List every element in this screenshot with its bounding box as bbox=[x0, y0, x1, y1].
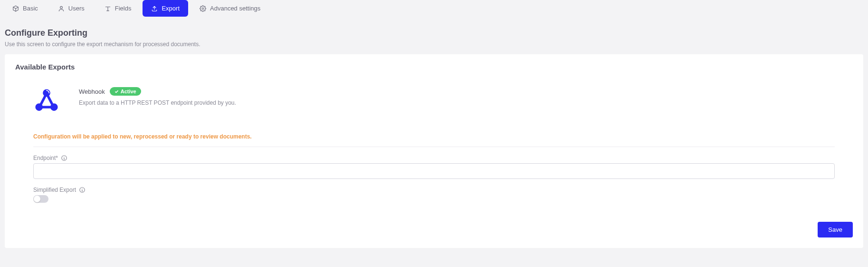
simplified-label: Simplified Export bbox=[33, 187, 76, 193]
page-subtitle: Use this screen to configure the export … bbox=[5, 41, 863, 48]
tab-advanced[interactable]: Advanced settings bbox=[191, 0, 269, 17]
status-badge: Active bbox=[110, 87, 141, 96]
tab-advanced-label: Advanced settings bbox=[210, 5, 260, 12]
info-icon[interactable] bbox=[79, 187, 86, 193]
tab-export[interactable]: Export bbox=[143, 0, 188, 17]
divider bbox=[33, 147, 835, 147]
section-title: Available Exports bbox=[15, 63, 853, 71]
endpoint-label: Endpoint* bbox=[33, 155, 58, 161]
tab-users[interactable]: Users bbox=[49, 0, 93, 17]
toggle-knob bbox=[34, 196, 40, 202]
export-name: Webhook bbox=[79, 88, 105, 95]
endpoint-input[interactable] bbox=[33, 163, 835, 179]
check-icon bbox=[114, 89, 119, 94]
webhook-icon bbox=[33, 87, 60, 115]
page-header: Configure Exporting Use this screen to c… bbox=[0, 17, 868, 54]
config-warning: Configuration will be applied to new, re… bbox=[33, 125, 835, 147]
export-item-webhook[interactable]: Webhook Active Export data to a HTTP RES… bbox=[15, 82, 853, 125]
user-icon bbox=[58, 5, 65, 12]
type-icon bbox=[105, 5, 111, 12]
gear-icon bbox=[200, 5, 206, 12]
tab-export-label: Export bbox=[162, 5, 180, 12]
tab-basic[interactable]: Basic bbox=[4, 0, 47, 17]
tab-fields-label: Fields bbox=[115, 5, 132, 12]
simplified-toggle[interactable] bbox=[33, 195, 48, 203]
cube-icon bbox=[12, 5, 19, 12]
info-icon[interactable] bbox=[61, 155, 67, 161]
tabs-nav: Basic Users Fields Export Advanced setti… bbox=[0, 0, 868, 17]
export-desc: Export data to a HTTP REST POST endpoint… bbox=[79, 99, 835, 106]
tab-users-label: Users bbox=[68, 5, 85, 12]
page-title: Configure Exporting bbox=[5, 28, 863, 38]
endpoint-field: Endpoint* bbox=[33, 155, 835, 179]
save-button[interactable]: Save bbox=[818, 222, 853, 237]
export-card: Available Exports Webhook Active Expo bbox=[5, 54, 863, 248]
simplified-field: Simplified Export bbox=[33, 187, 835, 203]
svg-point-0 bbox=[60, 6, 62, 9]
tab-fields[interactable]: Fields bbox=[96, 0, 140, 17]
status-badge-label: Active bbox=[121, 89, 136, 94]
tab-basic-label: Basic bbox=[23, 5, 38, 12]
svg-point-1 bbox=[202, 8, 204, 10]
upload-icon bbox=[151, 5, 158, 12]
